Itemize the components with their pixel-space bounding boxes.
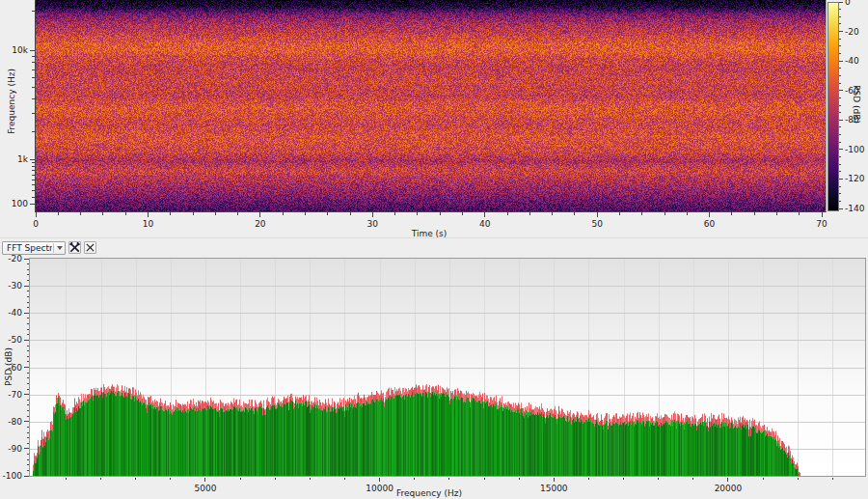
tick	[484, 212, 485, 217]
tick	[379, 478, 380, 482]
tick	[588, 478, 589, 480]
tick	[125, 212, 126, 215]
tick	[839, 112, 841, 113]
tick	[529, 212, 530, 215]
tick	[839, 97, 841, 98]
tick	[754, 212, 755, 215]
spectrogram-y-axis: 1001k10k	[0, 0, 35, 214]
tick-label: 15000	[536, 484, 571, 493]
tick	[687, 212, 688, 215]
tick	[275, 478, 276, 480]
settings-button[interactable]	[68, 241, 81, 254]
tick	[839, 186, 841, 187]
tick	[822, 212, 823, 217]
tick-label: -120	[845, 174, 864, 183]
tick-label: 10	[138, 219, 157, 229]
tick	[839, 120, 843, 121]
tick	[170, 212, 171, 215]
panel-divider	[0, 237, 868, 238]
tick	[259, 212, 260, 217]
tick	[839, 16, 841, 17]
tick	[554, 478, 555, 482]
tick	[305, 212, 306, 215]
close-button[interactable]	[84, 241, 96, 254]
tick	[80, 212, 81, 215]
close-icon	[85, 242, 95, 253]
tick-label: -90	[8, 444, 22, 454]
tick	[832, 478, 833, 480]
tick	[839, 179, 843, 180]
tick	[839, 142, 841, 143]
tick	[204, 478, 205, 482]
tick	[597, 212, 598, 217]
tick-label: 0	[26, 219, 45, 229]
tick	[839, 68, 841, 69]
tick	[507, 212, 508, 215]
tick-label: 10k	[12, 45, 28, 55]
tick-label: -50	[8, 335, 22, 345]
tick	[135, 478, 136, 480]
tick	[839, 134, 841, 135]
tick	[417, 212, 418, 215]
tick	[839, 201, 841, 202]
tick	[619, 212, 620, 215]
tick	[839, 75, 841, 76]
tick	[102, 212, 103, 215]
tick-label: -40	[845, 56, 859, 66]
tick	[58, 212, 59, 215]
tick	[623, 478, 624, 480]
tick	[839, 164, 841, 165]
spectrogram-plot[interactable]	[36, 0, 826, 211]
tick	[839, 105, 841, 106]
tick	[66, 478, 67, 480]
spectrum-plot-frame	[29, 258, 866, 477]
tick	[839, 39, 841, 40]
tick	[641, 212, 642, 215]
tick	[799, 212, 800, 215]
tick	[215, 212, 216, 215]
tick	[839, 126, 841, 127]
tick	[193, 212, 194, 215]
tick	[344, 478, 345, 480]
fft-spectrum-plot[interactable]	[30, 259, 865, 476]
spectrum-y-axis: -20-30-40-50-60-70-80-90-100	[0, 253, 29, 485]
tick-label: 1k	[17, 154, 28, 164]
tick-label: -30	[8, 281, 22, 291]
tick-label: 20000	[711, 484, 746, 493]
tick	[839, 208, 843, 209]
chevron-down-icon	[57, 246, 63, 250]
tick	[440, 212, 441, 215]
tick	[731, 212, 732, 215]
tick	[839, 53, 841, 54]
tick	[310, 478, 311, 480]
tick-label: 30	[363, 219, 382, 229]
tick-label: -70	[8, 390, 22, 400]
tick	[519, 478, 520, 480]
tick	[36, 212, 37, 217]
tick-label: 20	[251, 219, 270, 229]
spectrogram-plot-frame	[35, 0, 827, 212]
tick	[839, 156, 841, 157]
tick	[394, 212, 395, 215]
tick-label: -140	[845, 204, 864, 213]
tick	[170, 478, 171, 480]
tick-label: -100	[3, 471, 22, 481]
tick	[327, 212, 328, 215]
spectrum-xlabel: Frequency (Hz)	[386, 488, 473, 498]
tick-label: 70	[812, 219, 831, 229]
colorbar	[827, 2, 839, 211]
tick	[839, 45, 841, 46]
tick	[283, 212, 284, 215]
tick	[839, 171, 841, 172]
tick-label: 50	[587, 219, 607, 229]
tick	[240, 478, 241, 480]
tick	[727, 478, 728, 482]
tick	[839, 31, 843, 32]
tick	[148, 212, 149, 217]
tick	[448, 478, 449, 480]
tick	[839, 149, 843, 150]
tick	[414, 478, 415, 480]
tick	[574, 212, 575, 215]
tick-label: 60	[700, 219, 719, 229]
colorbar-label: PSD (dB)	[852, 85, 861, 124]
